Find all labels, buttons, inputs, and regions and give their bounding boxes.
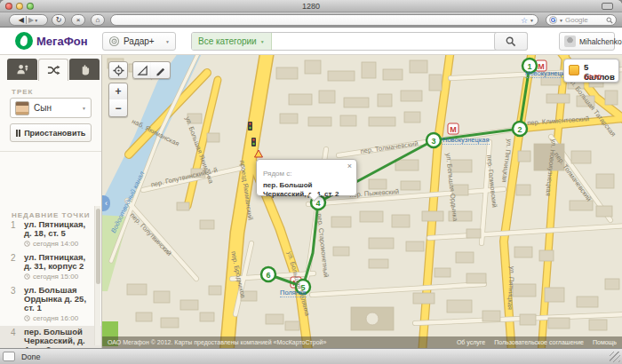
nav-buttons: ◀ ▶ ▼ (9, 14, 48, 26)
clock-icon (24, 273, 30, 280)
pause-button[interactable]: Приостановить (10, 123, 92, 142)
radar-icon (108, 36, 120, 47)
service-select[interactable]: Радар+ ▼ (102, 32, 176, 51)
reload-icon: ↻ (56, 17, 62, 24)
track-shuffle-icon (47, 64, 60, 76)
google-engine-icon[interactable]: G (549, 16, 557, 24)
ruler-icon (137, 65, 148, 76)
member-select-label: Сын (34, 103, 52, 113)
balance-coin-icon (569, 65, 579, 75)
route-marker[interactable]: 1 (522, 59, 537, 73)
map-search-input[interactable] (272, 33, 527, 50)
map-search-button[interactable] (494, 32, 528, 51)
svg-text:1: 1 (527, 62, 531, 71)
megafon-logo-text: МегаФон (36, 35, 88, 48)
home-button[interactable]: ⌂ (91, 14, 105, 26)
map-search: Все категории ▼ (191, 32, 528, 51)
url-dropdown-caret-icon[interactable]: ▼ (530, 18, 534, 23)
pause-icon (16, 130, 21, 137)
map-popup: Рядом с: × пер. Большой Черкасский, д. 4… (256, 159, 357, 196)
category-caret-icon: ▼ (260, 39, 265, 44)
sidebar: ТРЕК Сын ▼ Приостановить НЕДАВНИЕ ТОЧКИ … (0, 55, 102, 348)
user-menu-label: MihalchenkoKG (579, 37, 622, 46)
measure-button[interactable] (132, 61, 152, 79)
member-caret-icon: ▼ (82, 106, 86, 111)
clock-icon (24, 315, 30, 321)
route-marker[interactable]: 2 (513, 122, 527, 136)
category-select[interactable]: Все категории ▼ (192, 33, 272, 50)
tab-overview-icon[interactable] (602, 3, 613, 10)
home-icon: ⌂ (96, 17, 100, 24)
balance-badge[interactable]: 5 баллов 18:05 (563, 59, 619, 83)
person-pin-icon (16, 63, 29, 75)
map-attribution-bar: ОАО Мегафон © 2012. Карты предоставлены … (102, 336, 622, 348)
draw-button[interactable] (151, 61, 171, 79)
pencil-icon (155, 65, 166, 76)
window-titlebar: 1280 (0, 0, 622, 12)
crosshair-icon (113, 65, 124, 76)
route-marker[interactable]: 3 (427, 133, 441, 147)
popup-near-label: Рядом с: (263, 170, 291, 178)
service-caret-icon: ▼ (165, 39, 170, 44)
popup-close-icon[interactable]: × (347, 162, 352, 170)
stop-button[interactable]: × (71, 14, 85, 26)
tab-hand[interactable] (69, 59, 100, 80)
web-search-field[interactable]: G ▼ Google (546, 14, 617, 26)
zoom-out-button[interactable]: − (108, 99, 128, 117)
help-link[interactable]: Помощь (593, 339, 617, 345)
svg-text:3: 3 (431, 137, 435, 146)
resize-grip[interactable] (610, 352, 620, 362)
reload-button[interactable]: ↻ (52, 14, 66, 26)
search-magnifier-icon[interactable] (606, 17, 613, 24)
member-select[interactable]: Сын ▼ (10, 98, 92, 118)
pause-button-label: Приостановить (24, 129, 85, 138)
clock-icon (24, 241, 30, 247)
zoom-in-button[interactable]: + (108, 83, 128, 100)
url-field[interactable]: ☆ ▼ (110, 14, 538, 26)
route-marker[interactable]: 6 (261, 267, 275, 281)
svg-text:5: 5 (300, 283, 305, 292)
about-service-link[interactable]: Об услуге (457, 339, 485, 345)
engine-caret-icon[interactable]: ▼ (559, 18, 563, 23)
category-select-label: Все категории (198, 36, 257, 46)
back-button[interactable]: ◀ (19, 17, 24, 24)
list-item[interactable]: 2 ул. Пятницкая, д. 31, корпус 2 сегодня… (0, 251, 101, 284)
map-copyright: ОАО Мегафон © 2012. Карты предоставлены … (108, 339, 326, 345)
search-placeholder: Google (565, 16, 604, 24)
map-tiles: М М М 1 2 3 4 5 6 (102, 55, 622, 348)
svg-text:4: 4 (315, 199, 320, 208)
list-item[interactable]: 3 ул. Большая Ордынка д. 25, ст. 1 сегод… (0, 284, 101, 326)
megafon-logo-icon (15, 32, 33, 50)
browser-window: 1280 ◀ ▶ ▼ ↻ × ⌂ ☆ ▼ G ▼ Google МегаФон (0, 0, 622, 364)
metro-m-icon: М (450, 125, 457, 134)
search-magnifier-icon (506, 36, 516, 47)
member-avatar (15, 101, 29, 115)
service-select-label: Радар+ (124, 36, 155, 46)
map-canvas[interactable]: М М М 1 2 3 4 5 6 Водоотводный к (102, 55, 622, 348)
status-text: Done (21, 352, 41, 361)
user-agreement-link[interactable]: Пользовательское соглашение (494, 339, 584, 345)
status-bar: Done (0, 348, 622, 364)
svg-text:6: 6 (266, 271, 270, 280)
bookmark-star-icon[interactable]: ☆ (521, 16, 528, 25)
tab-contacts[interactable] (7, 59, 37, 80)
main-area: ТРЕК Сын ▼ Приостановить НЕДАВНИЕ ТОЧКИ … (0, 55, 622, 348)
window-title: 1280 (0, 2, 622, 11)
user-avatar (564, 36, 576, 47)
route-marker[interactable]: 5 (296, 280, 310, 294)
sidebar-divider (0, 151, 101, 152)
browser-toolbar: ◀ ▶ ▼ ↻ × ⌂ ☆ ▼ G ▼ Google (0, 12, 622, 28)
svg-text:2: 2 (517, 125, 522, 134)
locate-button[interactable] (108, 61, 128, 79)
user-menu[interactable]: MihalchenkoKG ▼ (559, 32, 615, 51)
history-caret-icon[interactable]: ▼ (34, 18, 38, 23)
sidebar-scrollbar-thumb[interactable] (96, 209, 100, 284)
balance-time: 18:05 (584, 73, 602, 81)
popup-address: пер. Большой Черкасский, д. 4, ст. 2 (263, 181, 350, 198)
track-section-label: ТРЕК (12, 88, 33, 96)
tab-track[interactable] (38, 59, 68, 81)
metro-m-icon: М (538, 62, 545, 71)
recent-points-list: 1 ул. Пятницкая, д. 18, ст. 5 сегодня 14… (0, 218, 101, 364)
list-item[interactable]: 1 ул. Пятницкая, д. 18, ст. 5 сегодня 14… (0, 218, 101, 251)
hand-icon (79, 63, 91, 75)
